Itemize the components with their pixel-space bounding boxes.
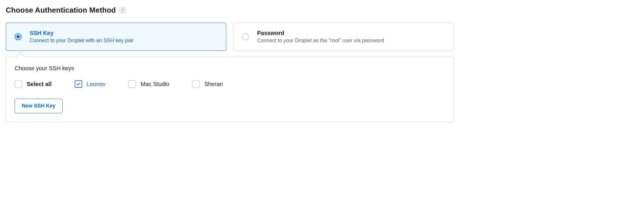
ssh-key-item-sheran[interactable]: Sheran <box>192 80 223 88</box>
select-all-label: Select all <box>27 81 52 87</box>
radio-password[interactable] <box>242 33 249 40</box>
ssh-key-label: Mac Studio <box>140 81 169 87</box>
auth-card-ssh-content: SSH Key Connect to your Droplet with an … <box>30 30 134 44</box>
ssh-keys-panel-wrapper: Choose your SSH keys Select all Leonov <box>6 57 454 122</box>
ssh-keys-row: Select all Leonov Mac Studio <box>15 80 445 88</box>
auth-card-ssh-title: SSH Key <box>30 30 134 36</box>
ssh-key-label: Sheran <box>204 81 223 87</box>
ssh-key-item-leonov[interactable]: Leonov <box>75 80 106 88</box>
checkbox-sheran[interactable] <box>192 80 200 88</box>
ssh-keys-panel: Choose your SSH keys Select all Leonov <box>6 57 454 122</box>
help-icon[interactable]: ? <box>119 7 126 14</box>
checkbox-mac-studio[interactable] <box>128 80 136 88</box>
ssh-key-label: Leonov <box>87 81 106 87</box>
section-title: Choose Authentication Method <box>6 6 116 15</box>
auth-card-password-title: Password <box>257 30 384 36</box>
check-icon <box>76 82 81 86</box>
checkbox-select-all[interactable] <box>15 80 22 88</box>
section-header: Choose Authentication Method ? <box>6 6 454 15</box>
auth-card-password[interactable]: Password Connect to your Droplet as the … <box>233 23 454 51</box>
auth-card-ssh-key[interactable]: SSH Key Connect to your Droplet with an … <box>6 23 226 51</box>
ssh-key-item-mac-studio[interactable]: Mac Studio <box>128 80 169 88</box>
select-all-item[interactable]: Select all <box>15 80 52 88</box>
radio-ssh-key[interactable] <box>15 33 22 40</box>
auth-method-options: SSH Key Connect to your Droplet with an … <box>6 23 454 51</box>
checkbox-leonov[interactable] <box>75 80 82 88</box>
new-ssh-key-button[interactable]: New SSH Key <box>15 99 63 113</box>
radio-dot-icon <box>16 35 20 38</box>
auth-card-ssh-desc: Connect to your Droplet with an SSH key … <box>30 38 134 44</box>
ssh-keys-panel-title: Choose your SSH keys <box>15 65 445 72</box>
auth-card-password-content: Password Connect to your Droplet as the … <box>257 30 384 44</box>
auth-card-password-desc: Connect to your Droplet as the “root” us… <box>257 38 384 44</box>
